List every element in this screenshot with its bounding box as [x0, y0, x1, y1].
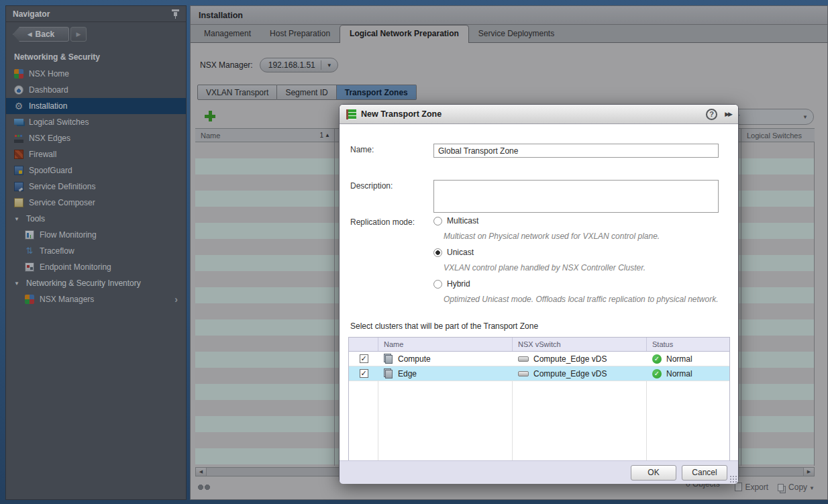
multicast-description: Multicast on Physical network used for V… — [444, 232, 660, 241]
column-header-status[interactable]: Status — [647, 338, 729, 351]
expand-dialog-icon[interactable]: ▶▶ — [725, 111, 731, 117]
checkbox-checked-icon[interactable]: ✓ — [360, 369, 368, 378]
ok-button[interactable]: OK — [631, 465, 676, 481]
column-header-nsx-vswitch[interactable]: NSX vSwitch — [513, 338, 647, 351]
radio-multicast[interactable]: Multicast — [433, 216, 478, 225]
status-badge: Normal — [666, 369, 692, 379]
select-clusters-label: Select clusters that will be part of the… — [350, 321, 538, 331]
help-icon[interactable]: ? — [706, 109, 717, 120]
description-input[interactable] — [433, 180, 719, 213]
description-label: Description: — [350, 181, 431, 191]
column-header-name[interactable]: Name — [378, 338, 513, 351]
radio-unicast[interactable]: Unicast — [433, 248, 474, 257]
cancel-button[interactable]: Cancel — [682, 465, 727, 481]
vswitch-icon — [518, 356, 529, 362]
cluster-icon — [385, 355, 393, 364]
checkbox-checked-icon[interactable]: ✓ — [360, 354, 368, 363]
name-label: Name: — [350, 145, 431, 154]
table-row-compute[interactable]: ✓ Compute Compute_Edge vDS ✓Normal — [349, 352, 729, 366]
status-ok-icon: ✓ — [652, 354, 662, 364]
dialog-title: New Transport Zone — [361, 109, 701, 119]
dialog-header[interactable]: New Transport Zone ? ▶▶ — [340, 105, 738, 124]
dialog-body: Name: Description: Replication mode: Mul… — [340, 124, 738, 460]
transport-zone-icon — [346, 109, 356, 119]
replication-mode-label: Replication mode: — [350, 217, 431, 227]
unicast-description: VXLAN control plane handled by NSX Contr… — [444, 263, 645, 272]
cluster-icon — [385, 370, 393, 379]
radio-button-icon — [433, 217, 442, 225]
radio-button-icon — [433, 280, 442, 289]
vswitch-icon — [518, 371, 529, 376]
table-row-edge[interactable]: ✓ Edge Compute_Edge vDS ✓Normal — [349, 366, 729, 381]
radio-button-selected-icon — [433, 248, 442, 257]
name-input[interactable] — [433, 144, 719, 158]
vsphere-web-client: Navigator ◀ Back ▶ Networking & Security… — [0, 0, 828, 504]
column-header-checkbox — [349, 338, 378, 351]
clusters-table: Name NSX vSwitch Status ✓ Compute Comput… — [348, 337, 730, 470]
resize-grip[interactable] — [729, 475, 737, 483]
clusters-table-header: Name NSX vSwitch Status — [349, 338, 729, 352]
new-transport-zone-dialog: New Transport Zone ? ▶▶ Name: Descriptio… — [339, 104, 739, 484]
status-ok-icon: ✓ — [652, 369, 662, 379]
radio-hybrid[interactable]: Hybrid — [433, 279, 470, 289]
status-badge: Normal — [666, 354, 692, 364]
hybrid-description: Optimized Unicast mode. Offloads local t… — [444, 295, 719, 304]
clusters-table-empty-area — [349, 381, 729, 470]
dialog-footer: OK Cancel — [340, 460, 738, 484]
